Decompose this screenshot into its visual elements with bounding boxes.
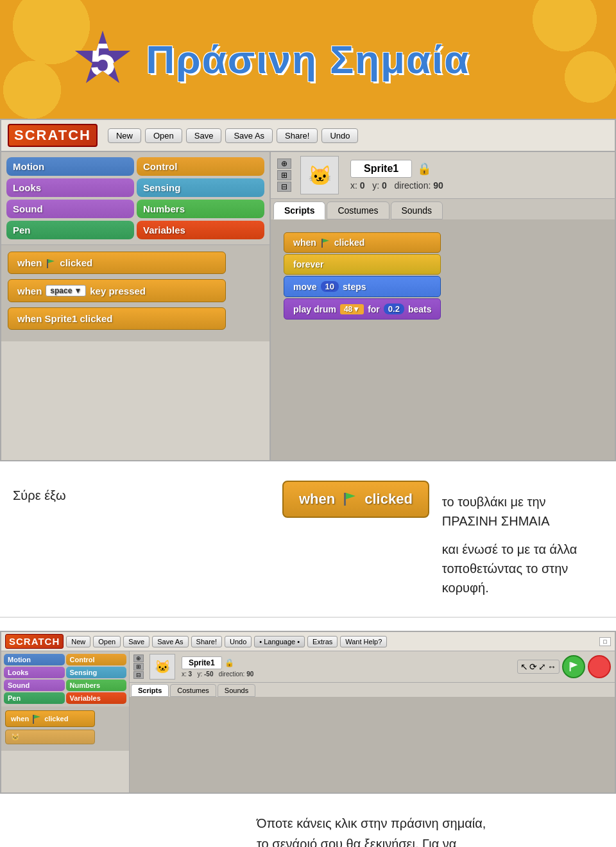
block-when-key-1[interactable]: when space ▼ key pressed	[8, 279, 226, 302]
canvas-block-drum-1[interactable]: play drum 48▼ for 0.2 beats	[284, 298, 441, 320]
tab-sounds-2[interactable]: Sounds	[218, 684, 255, 697]
stop-btn-2[interactable]	[588, 655, 611, 678]
right-panel-1: ⊕ ⊞ ⊟ 🐱 Sprite1 🔒 x: 0 y: 0 direction: 9…	[271, 152, 615, 460]
svg-marker-1	[48, 259, 55, 263]
bottom-line-2: το σενάριό σου θα ξεκινήσει. Για να	[257, 834, 597, 847]
btn-new-1[interactable]: New	[108, 128, 141, 143]
btn-undo-2[interactable]: Undo	[225, 636, 252, 647]
cat-numbers-1[interactable]: Numbers	[137, 200, 264, 218]
wc-flag-icon	[341, 491, 358, 508]
cat-control-1[interactable]: Control	[137, 157, 264, 176]
canvas-block-move-1[interactable]: move 10 steps	[284, 276, 441, 297]
canvas-drum-1: play drum	[293, 304, 336, 314]
cat-sound-2[interactable]: Sound	[4, 680, 65, 691]
btn-undo-1[interactable]: Undo	[321, 128, 358, 143]
clicked-label-2: clicked	[44, 715, 68, 723]
partial-block-2: 🐱	[5, 730, 95, 744]
scratch-ui-2: SCRATCH New Open Save Save As Share! Und…	[0, 631, 616, 794]
cat-pen-1[interactable]: Pen	[6, 221, 134, 239]
cat-looks-2[interactable]: Looks	[4, 667, 65, 678]
shrink-btn-1[interactable]: ⊟	[277, 182, 291, 192]
scratch-logo-1: SCRATCH	[8, 124, 98, 147]
svg-marker-3	[323, 239, 329, 243]
tab-costumes-1[interactable]: Costumes	[327, 201, 389, 219]
btn-new-2[interactable]: New	[66, 636, 90, 647]
flag-icon-1	[46, 258, 56, 268]
categories-grid-2: Motion Control Looks Sensing Sound Numbe…	[1, 651, 129, 706]
cat-sound-1[interactable]: Sound	[6, 200, 134, 218]
expand-btn-2[interactable]: ⊕	[133, 654, 144, 662]
cat-motion-1[interactable]: Motion	[6, 157, 134, 176]
block-sprite-click-1[interactable]: when Sprite1 clicked	[8, 307, 226, 330]
blocks-panel-2: Motion Control Looks Sensing Sound Numbe…	[1, 651, 130, 792]
rotate-tool[interactable]: ⟳	[529, 662, 537, 672]
sprite-name-1: Sprite1	[350, 160, 412, 178]
cat-numbers-2[interactable]: Numbers	[66, 680, 127, 691]
btn-help-2[interactable]: Want Help?	[340, 636, 387, 647]
tab-scripts-1[interactable]: Scripts	[273, 201, 325, 219]
size-tool[interactable]: ⤢	[538, 662, 546, 672]
categories-grid-1: Motion Control Looks Sensing Sound Numbe…	[1, 152, 270, 245]
shrink-btn-2[interactable]: ⊟	[133, 671, 144, 679]
clicked-label-1: clicked	[60, 257, 92, 268]
btn-saveas-1[interactable]: Save As	[225, 128, 273, 143]
block-when-flag-2[interactable]: when clicked	[5, 710, 95, 727]
canvas-for-1: for	[368, 304, 380, 314]
tab-sounds-1[interactable]: Sounds	[391, 201, 443, 219]
lock-icon-2: 🔒	[225, 658, 234, 667]
btn-saveas-2[interactable]: Save As	[152, 636, 188, 647]
when-clicked-block[interactable]: when clicked	[282, 481, 429, 518]
canvas-block-when-1[interactable]: when clicked	[284, 232, 441, 253]
blocks-scripts-2: when clicked 🐱	[1, 706, 129, 751]
key-badge-1[interactable]: space ▼	[46, 285, 86, 296]
btn-save-1[interactable]: Save	[186, 128, 222, 143]
canvas-block-forever-1[interactable]: forever	[284, 254, 441, 275]
contract-btn-2[interactable]: ⊞	[133, 663, 144, 671]
contract-btn-1[interactable]: ⊞	[277, 170, 291, 180]
cat-variables-1[interactable]: Variables	[137, 221, 264, 239]
tabs-row-1: Scripts Costumes Sounds	[271, 199, 615, 219]
btn-share-1[interactable]: Share!	[277, 128, 318, 143]
expand-btn-1[interactable]: ⊕	[277, 158, 291, 169]
play-flag-btn-2[interactable]	[562, 655, 585, 678]
btn-save-2[interactable]: Save	[123, 636, 150, 647]
btn-extras-2[interactable]: Extras	[307, 636, 338, 647]
cat-pen-2[interactable]: Pen	[4, 692, 65, 704]
lock-icon-1: 🔒	[417, 162, 431, 176]
cat-variables-2[interactable]: Variables	[66, 692, 127, 704]
btn-share-2[interactable]: Share!	[191, 636, 222, 647]
tool-group-1: ↖ ⟳ ⤢ ↔	[517, 660, 560, 674]
cat-sensing-2[interactable]: Sensing	[66, 667, 127, 678]
canvas-drum-num-1[interactable]: 48▼	[340, 304, 364, 314]
canvas-clicked-1: clicked	[334, 237, 364, 248]
cat-motion-2[interactable]: Motion	[4, 654, 65, 665]
middle-desc-2: και ένωσέ το με τα άλλα τοποθετώντας το …	[442, 535, 603, 597]
svg-rect-0	[47, 259, 48, 268]
canvas-move-num-1: 10	[321, 281, 339, 292]
scratch-ui-1: SCRATCH New Open Save Save As Share! Und…	[0, 119, 616, 461]
drag-label: Σύρε έξω	[13, 481, 66, 505]
cat-looks-1[interactable]: Looks	[6, 178, 134, 197]
bottom-text-section: Όποτε κάνεις κλικ στην πράσινη σημαία, τ…	[0, 794, 616, 847]
scratch-toolbar-2: SCRATCH New Open Save Save As Share! Und…	[1, 632, 615, 651]
flip-tool[interactable]: ↔	[547, 662, 556, 672]
sprite-click-label-1: when Sprite1 clicked	[17, 313, 112, 324]
block-when-flag-1[interactable]: when clicked	[8, 252, 226, 274]
pointer-tool[interactable]: ↖	[520, 662, 528, 672]
btn-open-2[interactable]: Open	[93, 636, 121, 647]
btn-language-2[interactable]: • Language •	[254, 636, 305, 647]
tab-costumes-2[interactable]: Costumes	[170, 684, 216, 697]
cat-sensing-1[interactable]: Sensing	[137, 178, 264, 197]
canvas-forever-1: forever	[293, 259, 323, 270]
when-label-2: when	[11, 715, 29, 723]
cat-control-2[interactable]: Control	[66, 654, 127, 665]
btn-open-1[interactable]: Open	[145, 128, 182, 143]
tab-scripts-2[interactable]: Scripts	[131, 684, 169, 697]
svg-rect-2	[321, 239, 323, 248]
canvas-steps-1: steps	[343, 282, 366, 292]
scratch-logo-2: SCRATCH	[5, 634, 64, 649]
canvas-beats-1: beats	[408, 304, 432, 314]
flag-icon-2	[31, 714, 42, 724]
window-btn-2[interactable]: □	[599, 637, 611, 646]
page-title: Πράσινη Σημαία	[146, 37, 470, 82]
